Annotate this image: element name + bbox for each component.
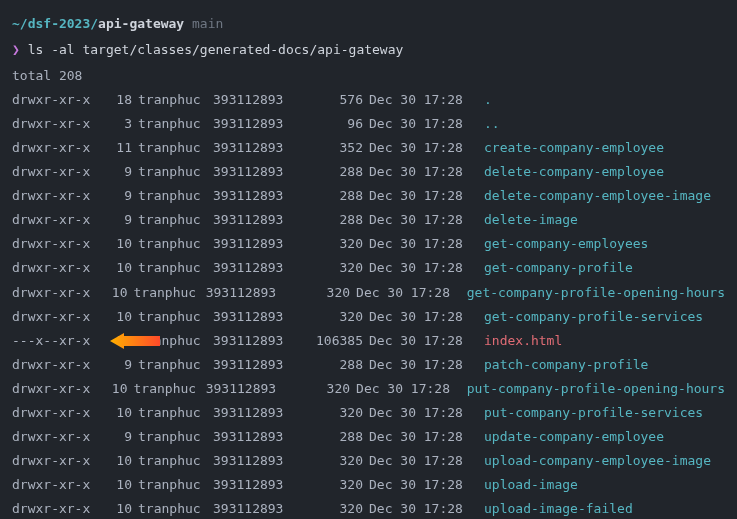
link-count: 3: [102, 112, 138, 136]
group: 393112893: [213, 425, 303, 449]
size: 320: [303, 449, 369, 473]
group: 393112893: [213, 305, 303, 329]
link-count: 9: [102, 353, 138, 377]
permissions: drwxr-xr-x: [12, 208, 102, 232]
size: 352: [303, 136, 369, 160]
group: 393112893: [213, 136, 303, 160]
date: Dec 30 17:28: [369, 497, 484, 519]
filename: get-company-profile-opening-hours: [467, 281, 725, 305]
link-count: 10: [102, 256, 138, 280]
filename: put-company-profile-services: [484, 401, 703, 425]
filename: delete-company-employee-image: [484, 184, 711, 208]
permissions: drwxr-xr-x: [12, 184, 102, 208]
group: 393112893: [213, 256, 303, 280]
filename: patch-company-profile: [484, 353, 648, 377]
owner: tranphuc: [138, 88, 213, 112]
link-count: 10: [99, 377, 134, 401]
typed-command: ls -al target/classes/generated-docs/api…: [28, 42, 404, 57]
size: 320: [292, 281, 356, 305]
size: 320: [303, 232, 369, 256]
group: 393112893: [213, 401, 303, 425]
owner: tranphuc: [138, 136, 213, 160]
date: Dec 30 17:28: [369, 184, 484, 208]
permissions: drwxr-xr-x: [12, 160, 102, 184]
link-count: 10: [102, 473, 138, 497]
size: 320: [303, 497, 369, 519]
prompt-command-line[interactable]: ❯ ls -al target/classes/generated-docs/a…: [12, 38, 725, 62]
list-item: drwxr-xr-x9tranphuc393112893288Dec 30 17…: [12, 425, 725, 449]
permissions: drwxr-xr-x: [12, 449, 102, 473]
list-item: drwxr-xr-x9tranphuc393112893288Dec 30 17…: [12, 184, 725, 208]
prompt-symbol: ❯: [12, 42, 20, 57]
owner: tranphuc: [138, 112, 213, 136]
owner: tranphuc: [138, 353, 213, 377]
permissions: ---x--xr-x: [12, 329, 102, 353]
date: Dec 30 17:28: [356, 377, 467, 401]
date: Dec 30 17:28: [369, 401, 484, 425]
svg-marker-0: [110, 333, 160, 349]
filename: delete-company-employee: [484, 160, 664, 184]
link-count: 11: [102, 136, 138, 160]
date: Dec 30 17:28: [369, 473, 484, 497]
list-item: drwxr-xr-x10tranphuc393112893320Dec 30 1…: [12, 401, 725, 425]
list-item: drwxr-xr-x10tranphuc393112893320Dec 30 1…: [12, 256, 725, 280]
list-item: drwxr-xr-x10tranphuc393112893320Dec 30 1…: [12, 377, 725, 401]
list-item: drwxr-xr-x9tranphuc393112893288Dec 30 17…: [12, 353, 725, 377]
permissions: drwxr-xr-x: [12, 256, 102, 280]
group: 393112893: [213, 497, 303, 519]
owner: tranphuc: [138, 232, 213, 256]
group: 393112893: [213, 353, 303, 377]
size: 288: [303, 184, 369, 208]
permissions: drwxr-xr-x: [12, 232, 102, 256]
owner: tranphuc: [138, 208, 213, 232]
permissions: drwxr-xr-x: [12, 425, 102, 449]
size: 288: [303, 353, 369, 377]
owner: tranphuc: [138, 305, 213, 329]
date: Dec 30 17:28: [369, 112, 484, 136]
filename: get-company-employees: [484, 232, 648, 256]
date: Dec 30 17:28: [369, 256, 484, 280]
permissions: drwxr-xr-x: [12, 112, 102, 136]
link-count: 10: [102, 232, 138, 256]
date: Dec 30 17:28: [369, 329, 484, 353]
permissions: drwxr-xr-x: [12, 377, 99, 401]
date: Dec 30 17:28: [369, 425, 484, 449]
size: 576: [303, 88, 369, 112]
group: 393112893: [213, 160, 303, 184]
list-item: drwxr-xr-x9tranphuc393112893288Dec 30 17…: [12, 208, 725, 232]
size: 288: [303, 208, 369, 232]
link-count: 10: [102, 305, 138, 329]
owner: tranphuc: [138, 401, 213, 425]
filename: index.html: [484, 329, 562, 353]
size: 320: [303, 256, 369, 280]
list-item: drwxr-xr-x10tranphuc393112893320Dec 30 1…: [12, 449, 725, 473]
file-listing: drwxr-xr-x18tranphuc393112893576Dec 30 1…: [12, 88, 725, 519]
owner: tranphuc: [138, 160, 213, 184]
size: 320: [292, 377, 356, 401]
list-item: drwxr-xr-x3tranphuc39311289396Dec 30 17:…: [12, 112, 725, 136]
filename: create-company-employee: [484, 136, 664, 160]
filename: upload-image: [484, 473, 578, 497]
permissions: drwxr-xr-x: [12, 136, 102, 160]
group: 393112893: [213, 184, 303, 208]
permissions: drwxr-xr-x: [12, 305, 102, 329]
link-count: 9: [102, 425, 138, 449]
list-item: drwxr-xr-x11tranphuc393112893352Dec 30 1…: [12, 136, 725, 160]
owner: tranphuc: [138, 425, 213, 449]
size: 106385: [303, 329, 369, 353]
link-count: 9: [102, 184, 138, 208]
permissions: drwxr-xr-x: [12, 401, 102, 425]
filename: upload-company-employee-image: [484, 449, 711, 473]
link-count: 18: [102, 88, 138, 112]
list-item: drwxr-xr-x9tranphuc393112893288Dec 30 17…: [12, 160, 725, 184]
list-item: drwxr-xr-x10tranphuc393112893320Dec 30 1…: [12, 281, 725, 305]
permissions: drwxr-xr-x: [12, 353, 102, 377]
date: Dec 30 17:28: [356, 281, 467, 305]
filename: put-company-profile-opening-hours: [467, 377, 725, 401]
permissions: drwxr-xr-x: [12, 281, 99, 305]
path-dir: api-gateway: [98, 16, 184, 31]
git-branch: main: [192, 16, 223, 31]
owner: tranphuc: [134, 377, 206, 401]
group: 393112893: [213, 112, 303, 136]
link-count: 10: [102, 497, 138, 519]
